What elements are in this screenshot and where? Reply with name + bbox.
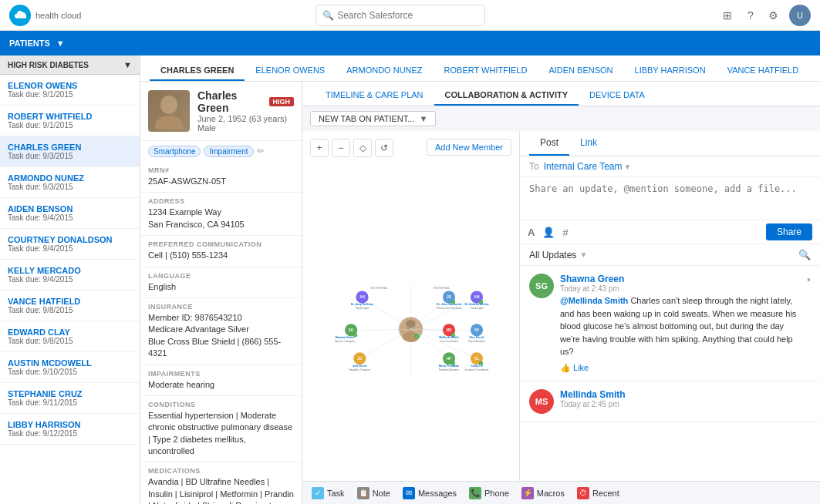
updates-header: All Updates ▼ 🔍 (520, 244, 820, 266)
patients-bar[interactable]: PATIENTS ▼ (0, 31, 820, 55)
feed-time: Today at 2:45 pm (560, 400, 626, 408)
share-input-area (520, 177, 820, 220)
note-icon: 📋 (357, 487, 370, 499)
network-container: + − ◇ ↺ Add New Member (302, 131, 519, 481)
share-toolbar: A 👤 # Share (520, 220, 820, 244)
tab-device[interactable]: DEVICE DATA (579, 86, 656, 106)
link-tab[interactable]: Link (569, 131, 608, 156)
svg-text:Shawna Green: Shawna Green (336, 336, 355, 339)
macros-label: Macros (537, 489, 565, 498)
impairments-value: Moderate hearing (148, 379, 294, 391)
address-label: ADDRESS (148, 197, 294, 205)
risk-badge: HIGH (269, 97, 295, 106)
list-item[interactable]: LIBBY HARRISON Task due: 9/12/2015 (0, 414, 140, 445)
svg-text:Dr. John Bosworth: Dr. John Bosworth (437, 303, 461, 306)
to-dropdown-icon[interactable]: ▼ (624, 163, 632, 171)
conditions-value: Essential hypertension | Moderate chroni… (148, 410, 294, 458)
svg-text:EXTERNAL: EXTERNAL (371, 287, 389, 290)
list-item[interactable]: EDWARD CLAY Task due: 9/8/2015 (0, 321, 140, 352)
macros-icon: ⚡ (521, 487, 534, 499)
mention-icon[interactable]: 👤 (542, 227, 555, 238)
task-icon: ✓ (312, 487, 324, 499)
list-item[interactable]: AUSTIN MCDOWELL Task due: 9/10/2015 (0, 352, 140, 383)
svg-text:Primary Care Physician: Primary Care Physician (437, 307, 462, 310)
list-item-active[interactable]: CHARLES GREEN Task due: 9/3/2015 (0, 136, 140, 167)
messages-tool[interactable]: ✉ Messages (403, 487, 457, 499)
share-button[interactable]: Share (766, 223, 812, 240)
svg-line-13 (411, 298, 450, 330)
add-member-button[interactable]: Add New Member (427, 139, 511, 156)
note-tool[interactable]: 📋 Note (357, 487, 390, 499)
updates-label: All Updates ▼ (529, 250, 587, 260)
tab-vance-hatfield[interactable]: VANCE HATFIELD (717, 61, 810, 81)
bottom-toolbar: ✓ Task 📋 Note ✉ Messages 📞 Phone (302, 481, 820, 504)
language-label: LANGUAGE (148, 272, 294, 280)
list-item[interactable]: AIDEN BENSON Task due: 9/4/2015 (0, 198, 140, 229)
tab-collaboration[interactable]: COLLABORATION & ACTIVITY (434, 86, 579, 106)
zoom-in-button[interactable]: + (310, 139, 329, 157)
list-item[interactable]: KELLY MERCADO Task due: 9/4/2015 (0, 260, 140, 291)
svg-text:✓: ✓ (416, 335, 418, 338)
hashtag-icon[interactable]: # (562, 227, 568, 238)
feed-content: Shawna Green Today at 2:43 pm @Mellinda … (560, 274, 801, 373)
svg-text:JB: JB (447, 295, 452, 299)
tab-charles-green[interactable]: CHARLES GREEN (150, 61, 245, 81)
feed-item-header: MS Mellinda Smith Today at 2:45 pm (529, 389, 811, 414)
tag-smartphone: Smartphone (148, 146, 201, 157)
network-toolbar: + − ◇ ↺ (310, 139, 393, 157)
search-input[interactable] (337, 10, 478, 21)
new-tab-button[interactable]: NEW TAB ON PATIENT... ▼ (310, 111, 436, 126)
settings-icon[interactable]: ⚙ (766, 8, 781, 23)
tab-elenor-owens[interactable]: ELENOR OWENS (245, 61, 336, 81)
tab-robert-whitfield[interactable]: ROBERT WHITFIELD (434, 61, 538, 81)
svg-text:INTERNAL: INTERNAL (434, 287, 450, 290)
search-icon: 🔍 (322, 10, 334, 21)
feed-author-name: Mellinda Smith (560, 389, 626, 400)
feed-menu-icon[interactable]: • (807, 274, 811, 373)
tab-aiden-benson[interactable]: AIDEN BENSON (538, 61, 623, 81)
svg-text:CL: CL (474, 357, 479, 361)
tab-libby-harrison[interactable]: LIBBY HARRISON (624, 61, 717, 81)
svg-text:Insurance Coordinator: Insurance Coordinator (464, 368, 488, 371)
grid-icon[interactable]: ⊞ (720, 8, 735, 23)
macros-tool[interactable]: ⚡ Macros (521, 487, 565, 499)
text-icon[interactable]: A (528, 227, 535, 238)
list-item[interactable]: ARMONDO NUNEZ Task due: 9/3/2015 (0, 167, 140, 198)
search-bar[interactable]: 🔍 (316, 5, 485, 26)
svg-text:Care Coordinator: Care Coordinator (440, 340, 458, 343)
list-item[interactable]: STEPHANIE CRUZ Task due: 9/11/2015 (0, 383, 140, 414)
search-updates-icon[interactable]: 🔍 (798, 249, 811, 260)
phone-tool[interactable]: 📞 Phone (469, 487, 509, 499)
feed-mention[interactable]: @Mellinda Smith (560, 296, 628, 305)
post-tab[interactable]: Post (529, 131, 569, 156)
conditions-label: CONDITIONS (148, 401, 294, 408)
patients-label: PATIENTS (9, 39, 50, 48)
tab-timeline[interactable]: TIMELINE & CARE PLAN (315, 86, 434, 106)
list-item[interactable]: VANCE HATFIELD Task due: 9/8/2015 (0, 291, 140, 321)
list-item[interactable]: ROBERT WHITFIELD Task due: 9/1/2015 (0, 106, 140, 136)
language-section: LANGUAGE English (140, 267, 302, 298)
svg-text:Joni Green: Joni Green (353, 365, 367, 368)
svg-line-14 (411, 298, 477, 330)
recent-tool[interactable]: ⏱ Recent (577, 487, 619, 499)
tab-armondo-nunez[interactable]: ARMONDO NUNEZ (336, 61, 433, 81)
share-textarea[interactable] (529, 183, 811, 211)
task-tool[interactable]: ✓ Task (312, 487, 345, 499)
to-value: Internal Care Team (544, 161, 623, 172)
svg-point-6 (406, 320, 416, 331)
like-action[interactable]: 👍 Like (560, 363, 589, 373)
fit-button[interactable]: ◇ (353, 139, 372, 157)
list-item[interactable]: COURTNEY DONALDSON Task due: 9/4/2015 (0, 229, 140, 260)
list-item[interactable]: ELENOR OWENS Task due: 9/1/2015 (0, 75, 140, 106)
user-avatar[interactable]: U (789, 5, 811, 26)
post-tabs: Post Link (520, 131, 820, 156)
edit-tags-icon[interactable]: ✏ (257, 146, 265, 157)
address-value: 1234 Example WaySan Francisco, CA 94105 (148, 207, 294, 230)
zoom-out-button[interactable]: − (332, 139, 350, 157)
refresh-button[interactable]: ↺ (375, 139, 393, 157)
sidebar-filter[interactable]: HIGH RISK DIABETES ▼ (0, 55, 140, 75)
feed-item: SG Shawna Green Today at 2:43 pm @Mellin… (520, 266, 820, 381)
help-icon[interactable]: ? (743, 8, 758, 23)
tag-badges: Smartphone Impairment ✏ (140, 141, 302, 162)
updates-dropdown-icon[interactable]: ▼ (579, 250, 587, 259)
